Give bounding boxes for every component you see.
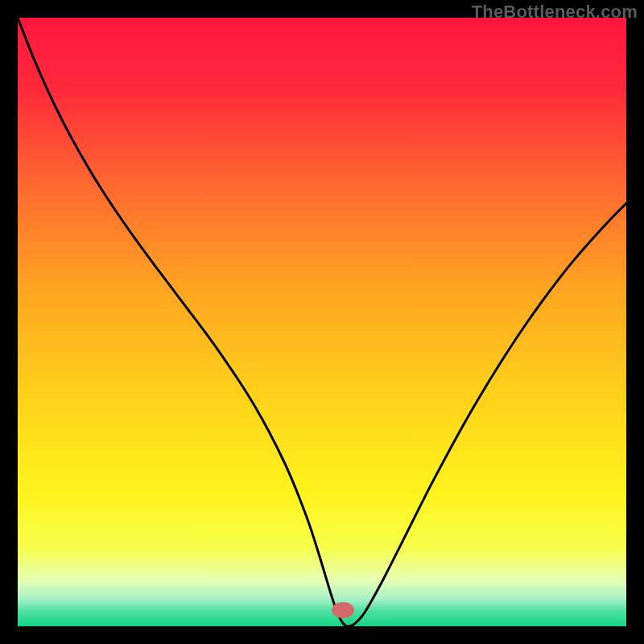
watermark-text: TheBottleneck.com	[472, 2, 638, 23]
optimal-point-marker	[332, 602, 354, 618]
bottleneck-curve	[18, 18, 626, 626]
chart-plot-area	[18, 18, 626, 626]
